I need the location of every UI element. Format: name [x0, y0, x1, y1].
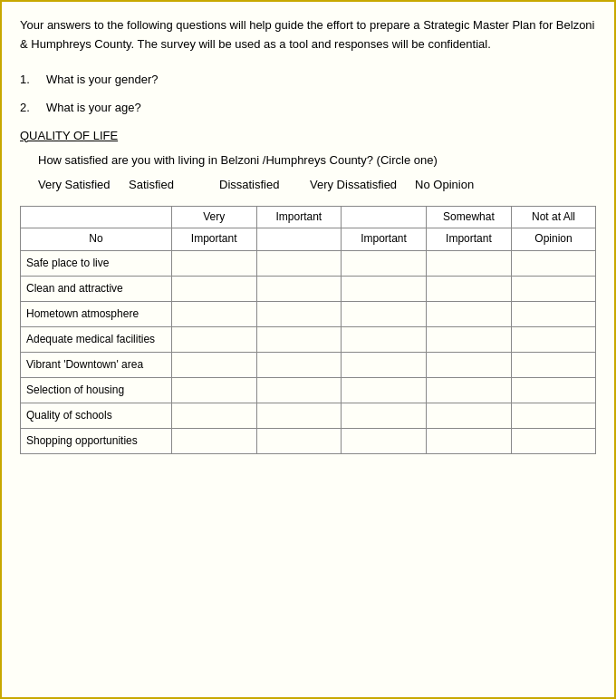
satisfaction-question: How satisfied are you with living in Bel…: [20, 153, 596, 167]
option-no-opinion: No Opinion: [415, 178, 487, 191]
cell-6-0: [171, 403, 256, 428]
cell-2-0: [171, 301, 256, 326]
cell-6-1: [256, 403, 342, 428]
cell-1-2: [342, 276, 427, 301]
row-label-7: Shopping opportunities: [21, 428, 172, 453]
header-somewhat: Somewhat: [426, 206, 511, 228]
cell-7-3: [426, 428, 511, 453]
table-row: Safe place to live: [21, 250, 596, 276]
cell-5-0: [171, 377, 256, 403]
table-header-row2: No Important Important Important Opinion: [21, 228, 596, 251]
cell-4-2: [342, 352, 427, 377]
cell-2-2: [342, 301, 427, 326]
cell-1-4: [512, 276, 596, 301]
cell-4-0: [171, 352, 256, 377]
cell-0-3: [426, 250, 511, 276]
row-label-3: Adequate medical facilities: [21, 326, 172, 352]
cell-7-2: [342, 428, 427, 453]
cell-3-1: [256, 326, 342, 352]
cell-6-3: [426, 403, 511, 428]
cell-1-1: [256, 276, 342, 301]
cell-3-2: [342, 326, 427, 352]
row-label-1: Clean and attractive: [21, 276, 172, 301]
option-very-dissatisfied: Very Dissatisfied: [310, 178, 397, 191]
question-2-number: 2.: [20, 101, 30, 114]
cell-7-0: [171, 428, 256, 453]
row-label-6: Quality of schools: [21, 403, 172, 428]
cell-2-3: [426, 301, 511, 326]
question-2: 2. What is your age?: [20, 101, 596, 114]
importance-table: Very Important Somewhat Not at All No Im…: [20, 206, 596, 454]
page-container: Your answers to the following questions …: [0, 0, 616, 699]
section-title: QUALITY OF LIFE: [20, 129, 596, 142]
cell-5-2: [342, 377, 427, 403]
cell-4-1: [256, 352, 342, 377]
cell-5-4: [512, 377, 596, 403]
header-blank: [342, 206, 427, 228]
cell-4-3: [426, 352, 511, 377]
option-satisfied: Satisfied: [129, 178, 201, 191]
cell-6-2: [342, 403, 427, 428]
header-important4: Important: [426, 228, 511, 251]
cell-0-4: [512, 250, 596, 276]
cell-0-1: [256, 250, 342, 276]
table-row: Adequate medical facilities: [21, 326, 596, 352]
header-no: No: [21, 228, 172, 251]
row-label-0: Safe place to live: [21, 250, 172, 276]
cell-1-3: [426, 276, 511, 301]
table-body: Safe place to liveClean and attractiveHo…: [21, 250, 596, 453]
header-very: Very: [171, 206, 256, 228]
cell-3-0: [171, 326, 256, 352]
table-row: Vibrant 'Downtown' area: [21, 352, 596, 377]
question-1: 1. What is your gender?: [20, 73, 596, 86]
satisfaction-options: Very Satisfied Satisfied Dissatisfied Ve…: [20, 178, 596, 191]
question-1-number: 1.: [20, 73, 30, 86]
row-label-2: Hometown atmosphere: [21, 301, 172, 326]
row-label-5: Selection of housing: [21, 377, 172, 403]
question-1-text: What is your gender?: [46, 73, 159, 86]
cell-5-3: [426, 377, 511, 403]
option-dissatisfied: Dissatisfied: [219, 178, 292, 191]
cell-1-0: [171, 276, 256, 301]
header-important2: Important: [171, 228, 256, 251]
table-row: Shopping opportunities: [21, 428, 596, 453]
header-important: Important: [256, 206, 342, 228]
cell-7-4: [512, 428, 596, 453]
header-opinion: Opinion: [512, 228, 596, 251]
cell-2-4: [512, 301, 596, 326]
cell-6-4: [512, 403, 596, 428]
cell-2-1: [256, 301, 342, 326]
cell-7-1: [256, 428, 342, 453]
table-row: Clean and attractive: [21, 276, 596, 301]
table-row: Quality of schools: [21, 403, 596, 428]
table-row: Hometown atmosphere: [21, 301, 596, 326]
intro-text: Your answers to the following questions …: [20, 16, 596, 54]
header-not-at-all: Not at All: [512, 206, 596, 228]
table-row: Selection of housing: [21, 377, 596, 403]
question-2-text: What is your age?: [46, 101, 141, 114]
cell-3-3: [426, 326, 511, 352]
cell-3-4: [512, 326, 596, 352]
header-important3: Important: [342, 228, 427, 251]
cell-0-0: [171, 250, 256, 276]
header-label-col: [21, 206, 172, 228]
cell-5-1: [256, 377, 342, 403]
option-very-satisfied: Very Satisfied: [38, 178, 111, 191]
row-label-4: Vibrant 'Downtown' area: [21, 352, 172, 377]
table-header-row1: Very Important Somewhat Not at All: [21, 206, 596, 228]
cell-0-2: [342, 250, 427, 276]
header-blank2: [256, 228, 342, 251]
cell-4-4: [512, 352, 596, 377]
